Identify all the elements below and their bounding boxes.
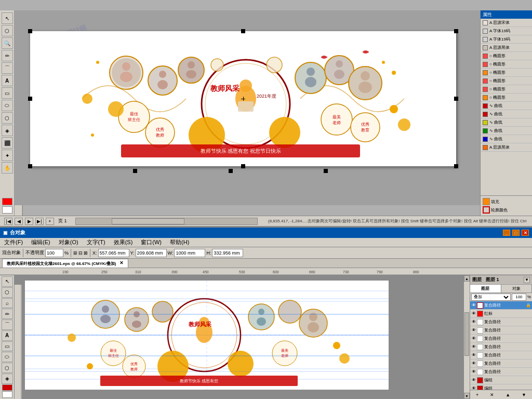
layer-item-4[interactable]: 👁 复合路径	[470, 335, 532, 343]
bezier-tool[interactable]: ⌒	[2, 62, 13, 74]
right-item-12[interactable]: ∿ 曲线	[481, 118, 532, 127]
menu-help[interactable]: 帮助(H)	[168, 238, 191, 246]
right-item-5[interactable]: ○ 椭圆形	[481, 60, 532, 69]
handle-mr[interactable]	[454, 97, 458, 101]
layer-toggle-0[interactable]: 🔒	[526, 303, 531, 308]
menu-object[interactable]: 对象(O)	[57, 238, 81, 246]
right-item-1[interactable]: A 字体19码	[481, 27, 532, 35]
layer-move-up-btn[interactable]: ▲	[506, 392, 510, 397]
layer-item-9[interactable]: 👁 编组	[470, 376, 532, 384]
rectangle-tool[interactable]: ▭	[2, 87, 13, 99]
handle2-tl[interactable]	[133, 169, 137, 173]
right-item-8[interactable]: ○ 椭圆形	[481, 85, 532, 94]
design-canvas[interactable]: 教师风采 2021年度 最佳 班主任	[30, 31, 456, 166]
b-background-color[interactable]	[2, 391, 12, 398]
b-zoom-tool[interactable]: ⌕	[2, 298, 13, 309]
tb-icon-2[interactable]: ⊟	[78, 250, 83, 256]
right-item-15[interactable]: A 思源黑体	[481, 143, 532, 152]
tb-icon-1[interactable]: ⊞	[73, 250, 77, 256]
interactive-fill[interactable]: ⬛	[2, 137, 13, 149]
layer-delete-btn[interactable]: ✕	[490, 392, 494, 397]
bottom-canvas[interactable]: 设计网 设计网 设计网	[15, 275, 470, 399]
transparency-input[interactable]	[45, 249, 63, 257]
right-item-2[interactable]: A 字体19码	[481, 35, 532, 44]
file-tab-active[interactable]: 教师风采叶植校园文化墙2601.eps @ 66.67% (CMYK/叠加) ✕	[2, 259, 128, 267]
layer-item-0[interactable]: 👁 复合路径 🔒	[470, 301, 532, 310]
w-input[interactable]	[174, 249, 205, 257]
tab-close-btn[interactable]: ✕	[119, 260, 124, 265]
scroll-thumb[interactable]	[112, 218, 184, 224]
handle2-tr[interactable]	[324, 169, 328, 173]
vscroll-down-btn[interactable]: ▼	[464, 393, 470, 399]
menu-window[interactable]: 窗口(W)	[139, 238, 164, 246]
page-first-btn[interactable]: |◀	[4, 218, 12, 225]
minimize-btn[interactable]: _	[503, 230, 510, 236]
bottom-design-canvas[interactable]: 教师风采	[25, 281, 389, 390]
layer-item-2[interactable]: 👁 复合路径	[470, 318, 532, 326]
b-freehand-tool[interactable]: ✏	[2, 309, 13, 319]
tb-icon-3[interactable]: ⊠	[84, 250, 88, 256]
b-text-tool[interactable]: A	[2, 330, 13, 341]
freehand-tool[interactable]: ✏	[2, 50, 13, 61]
x-coord-input[interactable]	[98, 249, 129, 257]
select-tool[interactable]: ↖	[2, 12, 13, 24]
right-item-0[interactable]: A 思源宋体	[481, 19, 532, 27]
horizontal-scrollbar[interactable]	[75, 218, 258, 225]
handle-tm[interactable]	[241, 29, 245, 33]
layer-item-7[interactable]: 👁 复合路径	[470, 360, 532, 368]
opacity-field[interactable]	[512, 294, 526, 301]
layer-item-5[interactable]: 👁 复合路径	[470, 343, 532, 351]
text-tool[interactable]: A	[2, 75, 13, 86]
dropper-tool[interactable]: ✦	[2, 150, 13, 161]
vscroll-thumb[interactable]	[464, 312, 469, 355]
y-coord-input[interactable]	[136, 249, 167, 257]
layer-new-btn[interactable]: +	[476, 392, 478, 397]
b-polygon-tool[interactable]: ⬡	[2, 363, 13, 373]
layers-options-btn[interactable]: ▼	[524, 277, 530, 283]
page-last-btn[interactable]: ▶|	[35, 218, 44, 225]
hand-tool[interactable]: ✋	[2, 162, 13, 174]
shape-tool[interactable]: ⬡	[2, 25, 13, 36]
maximize-btn[interactable]: □	[512, 230, 520, 236]
layer-tab-layers[interactable]: 图层	[470, 285, 501, 292]
handle-ml[interactable]	[28, 97, 32, 101]
layer-item-3[interactable]: 👁 复合路径	[470, 326, 532, 335]
vscroll-up-btn[interactable]: ▲	[464, 275, 470, 282]
h-input[interactable]	[212, 249, 243, 257]
handle-bl[interactable]	[28, 164, 32, 168]
right-item-14[interactable]: ∿ 曲线	[481, 135, 532, 143]
menu-edit[interactable]: 编辑(E)	[29, 238, 52, 246]
close-btn[interactable]: ✕	[522, 230, 529, 236]
b-shape-tool[interactable]: ⬡	[2, 287, 13, 298]
b-ellipse-tool[interactable]: ⬭	[2, 352, 13, 362]
layer-item-1[interactable]: 👁 红标	[470, 310, 532, 318]
page-add-btn[interactable]: +	[46, 218, 54, 225]
page-navigation[interactable]: |◀ ◀ ▶ ▶| + 页 1	[4, 218, 69, 225]
layer-move-down-btn[interactable]: ▼	[522, 392, 526, 397]
right-item-9[interactable]: ○ 椭圆形	[481, 94, 532, 102]
b-bezier-tool[interactable]: ⌒	[2, 320, 13, 330]
right-item-6[interactable]: ○ 椭圆形	[481, 69, 532, 77]
blend-mode-select[interactable]: 叠加 正常 滤色	[471, 294, 511, 301]
page-prev-btn[interactable]: ◀	[15, 218, 23, 225]
b-fill-tool[interactable]: ◈	[2, 374, 13, 384]
background-color[interactable]	[2, 206, 12, 214]
bottom-vscrollbar[interactable]: ▲ ▼	[463, 275, 470, 399]
handle2-tm[interactable]	[229, 169, 233, 173]
menu-effects[interactable]: 效果(S)	[112, 238, 135, 246]
right-item-13[interactable]: ∿ 曲线	[481, 127, 532, 135]
menu-text[interactable]: 文字(T)	[85, 238, 108, 246]
right-item-4[interactable]: ○ 椭圆形	[481, 52, 532, 60]
foreground-color[interactable]	[2, 198, 12, 205]
handle-tr[interactable]	[454, 29, 458, 33]
layer-tab-objects[interactable]: 对象	[501, 285, 533, 292]
fill-tool[interactable]: ◈	[2, 125, 13, 136]
polygon-tool[interactable]: ⬡	[2, 112, 13, 124]
right-item-3[interactable]: A 思源黑体	[481, 44, 532, 52]
b-rectangle-tool[interactable]: ▭	[2, 341, 13, 352]
layer-item-8[interactable]: 👁 复合路径	[470, 368, 532, 376]
right-item-7[interactable]: ○ 椭圆形	[481, 77, 532, 85]
b-select-tool[interactable]: ↖	[2, 276, 13, 287]
top-main-canvas[interactable]: 设计网 设计网 设计网	[15, 10, 480, 205]
handle-bm[interactable]	[241, 164, 245, 168]
